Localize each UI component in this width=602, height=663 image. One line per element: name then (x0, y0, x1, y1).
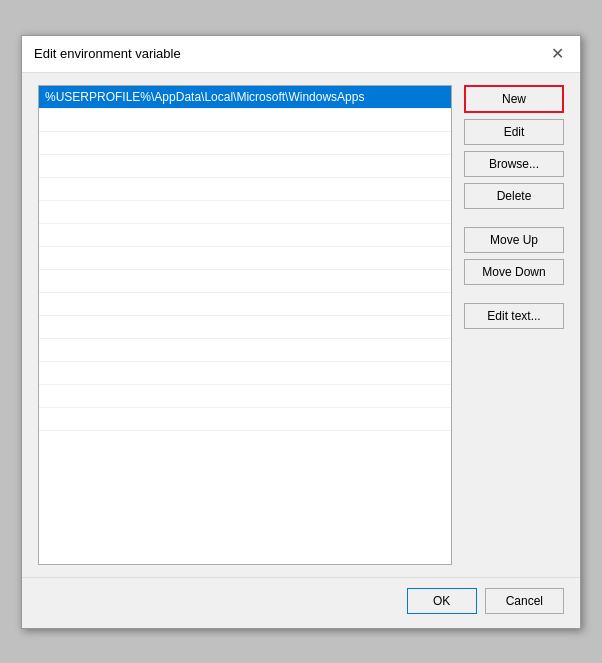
dialog-footer: OK Cancel (22, 577, 580, 628)
list-item[interactable] (39, 109, 451, 132)
title-bar: Edit environment variable ✕ (22, 36, 580, 73)
list-item[interactable] (39, 201, 451, 224)
dialog-title: Edit environment variable (34, 46, 181, 61)
spacer-1 (464, 215, 564, 221)
edit-button[interactable]: Edit (464, 119, 564, 145)
ok-button[interactable]: OK (407, 588, 477, 614)
list-item[interactable]: %USERPROFILE%\AppData\Local\Microsoft\Wi… (39, 86, 451, 109)
list-item[interactable] (39, 293, 451, 316)
list-item[interactable] (39, 155, 451, 178)
list-item[interactable] (39, 247, 451, 270)
list-item[interactable] (39, 408, 451, 431)
list-item[interactable] (39, 339, 451, 362)
list-item[interactable] (39, 362, 451, 385)
move-up-button[interactable]: Move Up (464, 227, 564, 253)
close-button[interactable]: ✕ (547, 44, 568, 64)
cancel-button[interactable]: Cancel (485, 588, 564, 614)
new-button[interactable]: New (464, 85, 564, 113)
edit-text-button[interactable]: Edit text... (464, 303, 564, 329)
browse-button[interactable]: Browse... (464, 151, 564, 177)
edit-env-var-dialog: Edit environment variable ✕ %USERPROFILE… (21, 35, 581, 629)
delete-button[interactable]: Delete (464, 183, 564, 209)
list-item[interactable] (39, 385, 451, 408)
spacer-2 (464, 291, 564, 297)
list-item[interactable] (39, 316, 451, 339)
env-var-list[interactable]: %USERPROFILE%\AppData\Local\Microsoft\Wi… (38, 85, 452, 565)
list-item[interactable] (39, 178, 451, 201)
move-down-button[interactable]: Move Down (464, 259, 564, 285)
dialog-body: %USERPROFILE%\AppData\Local\Microsoft\Wi… (22, 73, 580, 577)
list-item[interactable] (39, 270, 451, 293)
list-item[interactable] (39, 224, 451, 247)
buttons-panel: New Edit Browse... Delete Move Up Move D… (464, 85, 564, 565)
list-item[interactable] (39, 132, 451, 155)
